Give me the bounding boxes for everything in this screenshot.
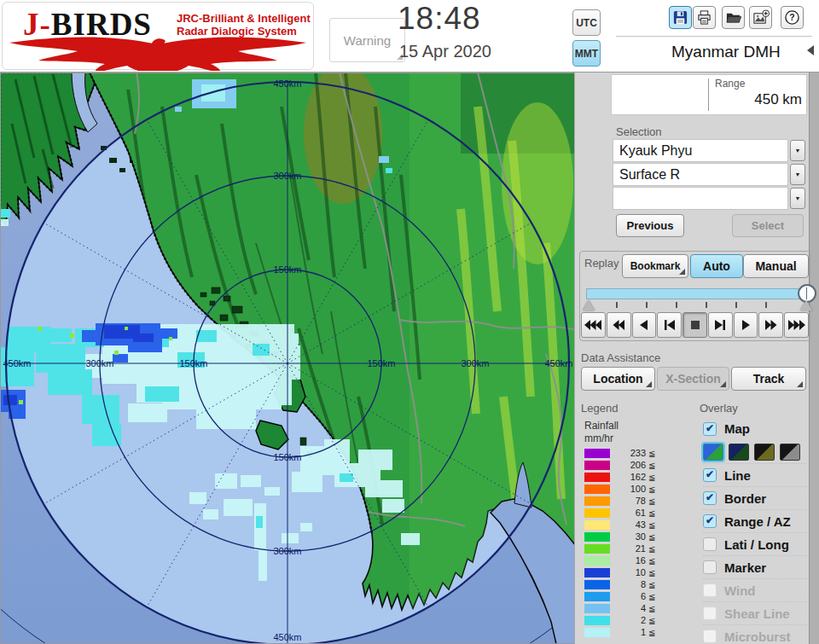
- legend-row: 4≦: [584, 602, 655, 614]
- extra-dropdown-value[interactable]: [613, 187, 788, 210]
- checked-checkbox[interactable]: [703, 514, 717, 528]
- site-dropdown[interactable]: Kyauk Phyu ▼: [613, 139, 805, 162]
- legend-color-swatch: [584, 520, 610, 530]
- legend-row: 233≦: [584, 447, 655, 459]
- legend-lte-symbol: ≦: [648, 580, 655, 589]
- map-style-swatch-2[interactable]: [729, 444, 749, 461]
- legend-threshold-value: 100: [610, 484, 646, 494]
- map-style-swatch-3[interactable]: [754, 444, 775, 461]
- mmt-toggle-button[interactable]: MMT: [572, 40, 601, 67]
- legend-lte-symbol: ≦: [648, 568, 655, 577]
- sidebar-scrollbar[interactable]: [809, 73, 819, 644]
- legend-row: 10≦: [584, 566, 655, 578]
- legend-row: 61≦: [584, 507, 655, 519]
- rewind-2-button[interactable]: [607, 312, 631, 338]
- legend-lte-symbol: ≦: [648, 616, 655, 625]
- open-folder-button[interactable]: [722, 6, 745, 29]
- checked-checkbox[interactable]: [703, 422, 717, 436]
- overlay-row-wind: Wind: [703, 578, 807, 601]
- map-style-swatches: [703, 440, 807, 463]
- legend-color-swatch: [584, 461, 610, 470]
- previous-button[interactable]: Previous: [616, 214, 684, 237]
- legend-title: Rainfall mm/hr: [584, 420, 619, 445]
- map-style-swatch-1[interactable]: [703, 444, 723, 461]
- legend-lte-symbol: ≦: [648, 496, 655, 506]
- step-back-button[interactable]: [632, 312, 657, 338]
- legend-threshold-value: 6: [610, 591, 646, 601]
- fast-forward-3-button[interactable]: [784, 312, 809, 338]
- bookmark-button[interactable]: Bookmark: [622, 254, 688, 278]
- panel-collapse-arrow-icon[interactable]: [807, 45, 814, 55]
- skip-to-start-button[interactable]: [657, 312, 682, 338]
- radar-map[interactable]: 150km150km150km150km300km300km300km300km…: [0, 73, 576, 644]
- legend-row: 16≦: [584, 554, 655, 566]
- print-button[interactable]: [693, 6, 716, 29]
- legend-color-swatch: [584, 556, 610, 566]
- xsection-button[interactable]: X-Section: [657, 367, 729, 391]
- extra-dropdown[interactable]: ▼: [613, 187, 805, 210]
- stop-icon: [691, 321, 700, 329]
- replay-slider-start-marker[interactable]: [583, 300, 595, 310]
- overlay-item-label: Range / AZ: [724, 514, 791, 529]
- add-image-button[interactable]: [749, 6, 772, 29]
- manual-button[interactable]: Manual: [743, 254, 809, 278]
- checked-checkbox[interactable]: [703, 491, 717, 505]
- overlay-item-label: Marker: [724, 560, 766, 575]
- legend-color-swatch: [584, 592, 610, 601]
- warning-button[interactable]: Warning: [329, 18, 405, 62]
- unchecked-checkbox[interactable]: [703, 537, 717, 551]
- overlay-item-label: Border: [724, 491, 766, 506]
- checked-checkbox[interactable]: [703, 468, 717, 482]
- track-button[interactable]: Track: [731, 367, 806, 391]
- range-ring-label: 150km: [273, 452, 301, 462]
- chevron-down-icon[interactable]: ▼: [790, 188, 805, 209]
- selection-label: Selection: [616, 125, 661, 138]
- eagle-icon: [6, 35, 310, 71]
- legend-color-swatch: [584, 508, 610, 518]
- overlay-options: MapLineBorderRange / AZLati / LongMarker…: [703, 417, 807, 644]
- overlay-label: Overlay: [700, 402, 738, 415]
- legend-color-swatch: [584, 496, 610, 506]
- help-button[interactable]: ?: [781, 6, 804, 29]
- site-dropdown-value[interactable]: Kyauk Phyu: [613, 139, 788, 162]
- product-dropdown[interactable]: Surface R ▼: [613, 163, 805, 186]
- play-button[interactable]: [734, 312, 758, 338]
- legend-threshold-value: 30: [610, 531, 646, 542]
- range-ring-label: 150km: [179, 358, 207, 368]
- legend-title-line2: mm/hr: [584, 432, 619, 445]
- legend-threshold-value: 206: [610, 460, 646, 470]
- playback-controls: [581, 312, 809, 338]
- legend-lte-symbol: ≦: [648, 473, 655, 482]
- legend-lte-symbol: ≦: [648, 484, 655, 494]
- print-icon: [696, 9, 712, 26]
- replay-slider-end-marker[interactable]: [800, 300, 812, 310]
- stop-button[interactable]: [682, 312, 707, 338]
- fast-forward-3-icon: [788, 320, 805, 330]
- range-ring-label: 300km: [461, 358, 489, 368]
- play-icon: [742, 320, 750, 330]
- product-dropdown-value[interactable]: Surface R: [613, 163, 788, 186]
- save-button[interactable]: [669, 6, 692, 29]
- utc-toggle-button[interactable]: UTC: [572, 9, 601, 36]
- auto-button[interactable]: Auto: [690, 254, 743, 278]
- map-style-swatch-4[interactable]: [780, 444, 800, 461]
- select-button[interactable]: Select: [732, 214, 804, 237]
- chevron-down-icon[interactable]: ▼: [790, 140, 805, 161]
- fast-rewind-3-icon: [584, 320, 601, 330]
- overlay-item-label: Lati / Long: [724, 537, 789, 552]
- skip-to-end-button[interactable]: [708, 312, 733, 338]
- legend-threshold-value: 1: [610, 627, 646, 637]
- legend-row: 162≦: [584, 471, 655, 483]
- range-label: Range: [715, 78, 745, 90]
- chevron-down-icon[interactable]: ▼: [790, 164, 805, 185]
- location-button[interactable]: Location: [581, 367, 655, 391]
- replay-slider-tick: [706, 302, 707, 308]
- data-assistance-label: Data Assistance: [581, 351, 660, 364]
- legend-lte-symbol: ≦: [648, 628, 655, 637]
- replay-label: Replay: [584, 257, 619, 270]
- forward-2-button[interactable]: [758, 312, 783, 338]
- overlay-row-lati-long: Lati / Long: [703, 532, 807, 555]
- fast-rewind-3-button[interactable]: [581, 312, 606, 338]
- replay-slider-track[interactable]: [586, 288, 806, 299]
- unchecked-checkbox[interactable]: [703, 560, 717, 574]
